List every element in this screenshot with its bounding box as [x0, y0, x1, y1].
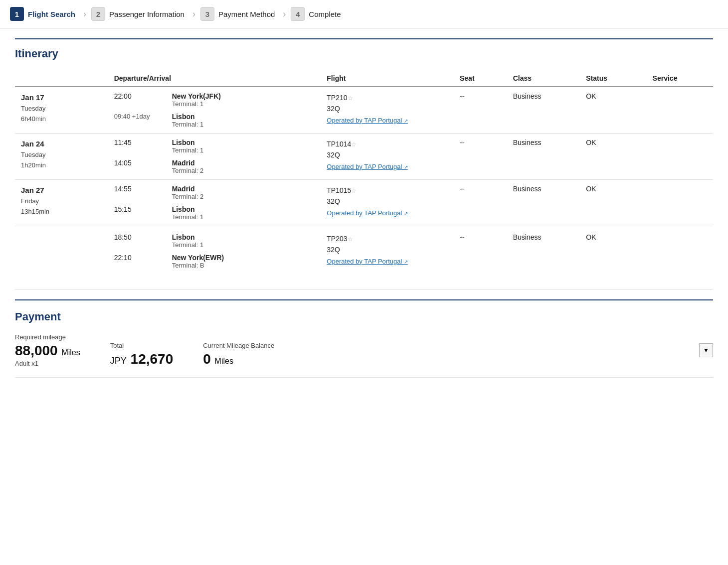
col-header-class: Class [507, 70, 580, 87]
step-4[interactable]: 4 Complete [291, 7, 341, 21]
flight-cell: TP203☆ 32Q Operated by TAP Portugal ↗ [321, 226, 454, 275]
required-mileage-label: Required mileage [15, 333, 80, 341]
arrival-row: 22:10 New York(EWR) Terminal: B [114, 254, 315, 269]
arrival-airport-block: Lisbon Terminal: 1 [172, 113, 204, 128]
arrival-airport: New York(EWR) [172, 254, 224, 262]
dep-arr-cell: 22:00 New York(JFK) Terminal: 1 09:40 +1… [108, 87, 321, 134]
arrival-airport-block: Madrid Terminal: 2 [172, 159, 204, 174]
seat-code: 32Q [327, 151, 340, 159]
required-mileage-col: Required mileage 88,000 Miles Adult x1 [15, 333, 80, 367]
table-header-row: Departure/Arrival Flight Seat Class Stat… [15, 70, 713, 87]
total-value: JPY 12,670 [110, 351, 173, 367]
seat-code: 32Q [327, 246, 340, 254]
departure-terminal: Terminal: 1 [172, 100, 221, 108]
arrival-airport: Lisbon [172, 113, 204, 121]
balance-value: 0 Miles [203, 351, 274, 367]
required-mileage-value: 88,000 Miles [15, 343, 80, 359]
dep-arr-block: 18:50 Lisbon Terminal: 1 22:10 New York(… [114, 233, 315, 269]
payment-bottom-divider [15, 377, 713, 378]
main-content: Itinerary Departure/Arrival Flight Seat … [0, 28, 728, 398]
step-2[interactable]: 2 Passenger Information [91, 7, 184, 21]
departure-airport: Madrid [172, 185, 204, 193]
step-1[interactable]: 1 Flight Search [10, 7, 75, 21]
status-cell: OK [580, 87, 646, 134]
flight-status: OK [586, 185, 596, 193]
date-value: Jan 24Tuesday1h20min [21, 139, 102, 170]
steps-bar: 1 Flight Search › 2 Passenger Informatio… [0, 0, 728, 28]
departure-row: 22:00 New York(JFK) Terminal: 1 [114, 92, 315, 108]
date-value: Jan 17Tuesday6h40min [21, 92, 102, 124]
arrival-terminal: Terminal: 1 [172, 213, 204, 221]
itinerary-title: Itinerary [15, 47, 713, 62]
arrival-airport-block: Lisbon Terminal: 1 [172, 205, 204, 221]
arrival-time: 22:10 [114, 254, 164, 269]
departure-airport: Lisbon [172, 139, 204, 146]
star-icon: ☆ [351, 187, 357, 194]
departure-airport-block: Lisbon Terminal: 1 [172, 233, 204, 249]
flight-info: TP210☆ 32Q Operated by TAP Portugal ↗ [327, 92, 448, 126]
class-cell: Business [507, 226, 580, 275]
dep-arr-block: 11:45 Lisbon Terminal: 1 14:05 Madrid Te… [114, 139, 315, 174]
seat-cell: -- [454, 87, 507, 134]
flight-status: OK [586, 139, 596, 146]
dep-arr-cell: 18:50 Lisbon Terminal: 1 22:10 New York(… [108, 226, 321, 275]
table-row: Jan 27Friday13h15min 14:55 Madrid Termin… [15, 180, 713, 226]
itinerary-table: Departure/Arrival Flight Seat Class Stat… [15, 70, 713, 274]
seat-assignment: -- [460, 92, 464, 100]
external-link-icon: ↗ [404, 118, 408, 124]
table-row: Jan 24Tuesday1h20min 11:45 Lisbon Termin… [15, 134, 713, 180]
flight-status: OK [586, 92, 596, 100]
departure-row: 14:55 Madrid Terminal: 2 [114, 185, 315, 200]
departure-terminal: Terminal: 1 [172, 241, 204, 249]
arrival-terminal: Terminal: 1 [172, 121, 204, 128]
arrival-airport: Madrid [172, 159, 204, 167]
status-cell: OK [580, 226, 646, 275]
section-divider [15, 289, 713, 289]
payment-row: Required mileage 88,000 Miles Adult x1 T… [15, 333, 713, 367]
departure-row: 18:50 Lisbon Terminal: 1 [114, 233, 315, 249]
step-3-label: Payment Method [218, 10, 275, 18]
external-link-icon: ↗ [404, 259, 408, 265]
flight-number: TP210 [327, 94, 347, 102]
departure-airport: New York(JFK) [172, 92, 221, 100]
operated-by-link[interactable]: Operated by TAP Portugal ↗ [327, 209, 408, 217]
status-cell: OK [580, 180, 646, 226]
operated-by-link[interactable]: Operated by TAP Portugal ↗ [327, 163, 408, 170]
operated-by-link[interactable]: Operated by TAP Portugal ↗ [327, 258, 408, 265]
col-header-flight: Flight [321, 70, 454, 87]
arrival-time: 09:40 +1day [114, 113, 164, 128]
seat-cell: -- [454, 134, 507, 180]
arrival-time: 14:05 [114, 159, 164, 174]
departure-row: 11:45 Lisbon Terminal: 1 [114, 139, 315, 154]
date-cell [15, 226, 108, 275]
col-header-status: Status [580, 70, 646, 87]
operated-by-link[interactable]: Operated by TAP Portugal ↗ [327, 117, 408, 124]
service-cell [647, 134, 713, 180]
payment-section: Payment Required mileage 88,000 Miles Ad… [15, 299, 713, 378]
flight-class: Business [513, 233, 542, 241]
flight-info: TP203☆ 32Q Operated by TAP Portugal ↗ [327, 233, 448, 267]
date-cell: Jan 24Tuesday1h20min [15, 134, 108, 180]
dep-arr-block: 14:55 Madrid Terminal: 2 15:15 Lisbon Te… [114, 185, 315, 221]
flight-number: TP203 [327, 235, 347, 243]
required-mileage-sub: Adult x1 [15, 360, 80, 367]
seat-cell: -- [454, 226, 507, 275]
external-link-icon: ↗ [404, 211, 408, 216]
arrival-terminal: Terminal: B [172, 262, 224, 269]
flight-info: TP1015☆ 32Q Operated by TAP Portugal ↗ [327, 185, 448, 219]
class-cell: Business [507, 87, 580, 134]
step-3[interactable]: 3 Payment Method [200, 7, 275, 21]
departure-airport-block: Lisbon Terminal: 1 [172, 139, 204, 154]
dropdown-button[interactable]: ▼ [699, 343, 713, 357]
departure-time: 14:55 [114, 185, 164, 200]
dep-arr-block: 22:00 New York(JFK) Terminal: 1 09:40 +1… [114, 92, 315, 128]
status-cell: OK [580, 134, 646, 180]
flight-status: OK [586, 233, 596, 241]
departure-time: 18:50 [114, 233, 164, 249]
dropdown-container[interactable]: ▼ [699, 343, 713, 357]
step-3-number: 3 [200, 7, 214, 21]
class-cell: Business [507, 134, 580, 180]
departure-airport-block: New York(JFK) Terminal: 1 [172, 92, 221, 108]
flight-number: TP1015 [327, 186, 351, 194]
date-cell: Jan 17Tuesday6h40min [15, 87, 108, 134]
